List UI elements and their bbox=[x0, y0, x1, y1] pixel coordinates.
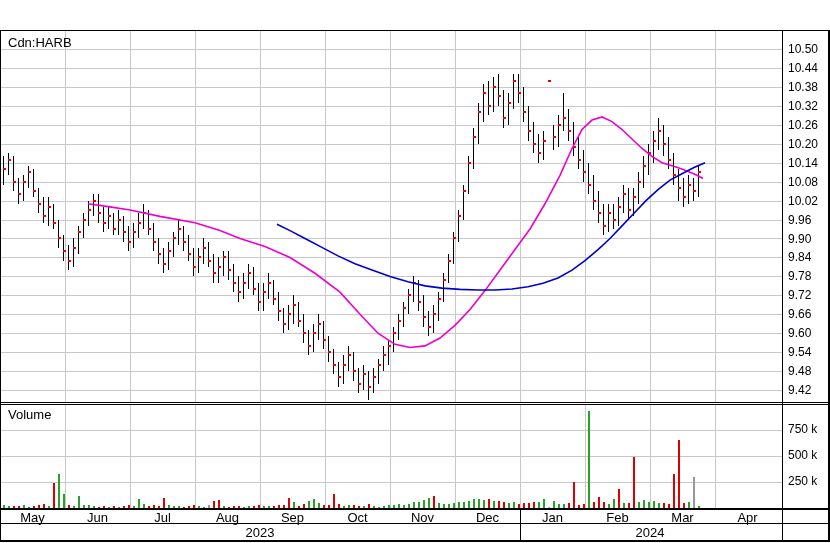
month-label: Nov bbox=[390, 510, 455, 525]
price-volume-chart-canvas bbox=[0, 0, 830, 543]
year-label: 2023 bbox=[0, 525, 520, 540]
price-axis-label: 9.84 bbox=[788, 251, 828, 264]
price-axis-label: 10.14 bbox=[788, 157, 828, 170]
price-axis-label: 9.48 bbox=[788, 365, 828, 378]
price-axis-label: 10.08 bbox=[788, 176, 828, 189]
price-axis-label: 10.50 bbox=[788, 43, 828, 56]
price-axis-label: 10.32 bbox=[788, 100, 828, 113]
price-axis-label: 9.78 bbox=[788, 270, 828, 283]
volume-axis-label: 500 k bbox=[788, 449, 828, 462]
price-axis-label: 9.54 bbox=[788, 346, 828, 359]
month-label: Jan bbox=[520, 510, 585, 525]
price-axis-label: 10.20 bbox=[788, 138, 828, 151]
month-label: Oct bbox=[325, 510, 390, 525]
month-label: Feb bbox=[585, 510, 650, 525]
price-axis-label: 9.72 bbox=[788, 289, 828, 302]
month-label: Dec bbox=[455, 510, 520, 525]
price-axis-label: 9.60 bbox=[788, 327, 828, 340]
year-label: 2024 bbox=[520, 525, 780, 540]
month-label: Jul bbox=[130, 510, 195, 525]
price-axis-label: 9.66 bbox=[788, 308, 828, 321]
price-axis-label: 9.42 bbox=[788, 384, 828, 397]
stockwatch-historic-chart: Historic Chart for Cdn:HARB by Stockwatc… bbox=[0, 0, 830, 543]
volume-axis-label: 250 k bbox=[788, 475, 828, 488]
month-label: May bbox=[0, 510, 65, 525]
price-axis-label: 9.90 bbox=[788, 233, 828, 246]
month-label: Aug bbox=[195, 510, 260, 525]
price-axis-label: 10.44 bbox=[788, 62, 828, 75]
month-label: Sep bbox=[260, 510, 325, 525]
volume-axis-label: 750 k bbox=[788, 423, 828, 436]
symbol-label: Cdn:HARB bbox=[8, 35, 72, 50]
price-axis-label: 10.26 bbox=[788, 119, 828, 132]
price-axis-label: 10.38 bbox=[788, 81, 828, 94]
price-axis-label: 9.96 bbox=[788, 214, 828, 227]
price-axis-label: 10.02 bbox=[788, 195, 828, 208]
month-label: Apr bbox=[715, 510, 780, 525]
volume-panel-label: Volume bbox=[8, 407, 51, 422]
month-label: Mar bbox=[650, 510, 715, 525]
month-label: Jun bbox=[65, 510, 130, 525]
